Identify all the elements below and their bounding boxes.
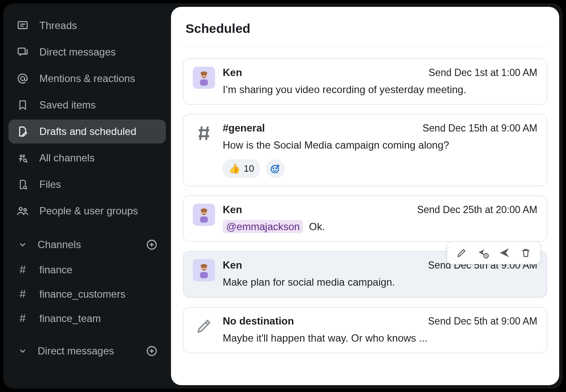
user-avatar [193,204,215,226]
recipient-name: Ken [223,259,242,271]
at-sign-icon [15,71,30,86]
reaction-pill[interactable]: 👍 10 [223,159,260,178]
svg-point-4 [24,186,26,189]
channel-finance-team[interactable]: # finance_team [9,307,166,329]
section-label: Channels [38,239,81,251]
send-time: Send Dec 25th at 20:00 AM [417,204,537,216]
threads-icon [15,18,30,33]
scheduled-message-card[interactable]: #general Send Dec 15th at 9:00 AM How is… [183,114,547,186]
send-time: Send Dec 5th at 9:00 AM [428,316,537,327]
sidebar-item-label: Threads [39,20,77,32]
sidebar-item-people[interactable]: People & user groups [9,199,166,223]
add-dm-button[interactable] [144,344,159,358]
channel-name: finance_customers [39,288,125,300]
hash-icon: # [15,263,30,276]
svg-rect-10 [200,79,208,85]
send-now-button[interactable] [498,246,511,260]
scheduled-message-card[interactable]: No destination Send Dec 5th at 9:00 AM M… [183,307,547,353]
reaction-count: 10 [244,163,254,174]
user-avatar [193,259,215,281]
add-reaction-button[interactable] [266,159,285,178]
sidebar-item-label: All channels [39,152,94,164]
message-text: Make plan for social media campaign. [223,275,537,289]
main-panel: Scheduled Ken Send Dec 1st at 1:00 AM I’… [171,7,559,385]
draft-edit-icon [15,124,30,139]
svg-rect-1 [18,48,25,54]
hash-icon: # [15,287,30,301]
svg-point-11 [202,74,203,76]
edit-message-button[interactable] [455,246,469,260]
app-root: Threads Direct messages Mentions & react… [3,3,563,389]
recipient-name: No destination [223,315,294,327]
reaction-emoji: 👍 [229,163,240,174]
svg-point-14 [273,168,274,169]
sidebar-item-label: Drafts and scheduled [39,126,136,138]
hash-icon: # [15,312,30,325]
svg-point-15 [276,168,277,169]
user-avatar [193,67,215,89]
direct-messages-section-header[interactable]: Direct messages [9,339,166,363]
reactions-row: 👍 10 [223,159,537,178]
message-text: How is the Social Media campaign coming … [223,138,537,152]
channel-finance[interactable]: # finance [9,259,166,281]
chevron-down-icon [15,240,30,249]
svg-point-6 [24,209,27,211]
channel-hash-icon [193,122,215,144]
add-channel-button[interactable] [144,237,159,252]
sidebar-item-direct-messages[interactable]: Direct messages [9,40,166,64]
channel-finance-customers[interactable]: # finance_customers [9,283,166,305]
bookmark-icon [15,98,30,112]
svg-point-5 [19,208,22,211]
send-time: Send Dec 1st at 1:00 AM [429,67,537,79]
svg-rect-17 [200,216,208,222]
sidebar-item-label: Files [39,178,61,191]
message-text: Maybe it'll happen that way. Or who know… [223,331,537,345]
sidebar: Threads Direct messages Mentions & react… [3,3,171,389]
recipient-name: #general [223,122,265,134]
sidebar-item-label: Direct messages [39,46,116,59]
svg-point-13 [271,165,279,173]
sidebar-item-threads[interactable]: Threads [9,14,166,38]
hash-search-icon [15,151,30,165]
file-search-icon [15,177,30,192]
sidebar-item-all-channels[interactable]: All channels [9,146,166,170]
svg-point-23 [202,267,203,268]
channel-name: finance_team [39,313,101,325]
svg-point-12 [205,74,206,76]
message-text: @emmajackson Ok. [223,220,537,234]
draft-pencil-icon [193,315,215,337]
direct-messages-icon [15,45,30,59]
sidebar-item-label: People & user groups [39,205,138,217]
svg-point-19 [205,211,206,213]
sidebar-item-label: Mentions & reactions [39,73,135,85]
channel-name: finance [39,264,72,276]
sidebar-item-saved[interactable]: Saved items [9,93,166,117]
delete-message-button[interactable] [519,246,533,260]
people-icon [15,204,30,218]
channels-section-header[interactable]: Channels [9,233,166,256]
user-mention[interactable]: @emmajackson [223,220,303,233]
scheduled-message-card[interactable]: Ken Send Dec 25th at 20:00 AM @emmajacks… [183,196,547,242]
sidebar-item-label: Saved items [39,99,96,111]
reschedule-button[interactable] [476,246,490,260]
svg-rect-22 [200,272,208,278]
scheduled-message-card[interactable]: Ken Send Dec 1st at 1:00 AM I’m sharing … [183,59,547,105]
sidebar-item-mentions[interactable]: Mentions & reactions [9,67,166,91]
scheduled-message-card[interactable]: Ken Send Dec 5th at 9:00 AM Make plan fo… [183,251,547,297]
sidebar-item-drafts-scheduled[interactable]: Drafts and scheduled [9,120,166,143]
svg-point-18 [202,211,203,213]
svg-point-24 [205,267,206,268]
svg-rect-0 [18,22,27,29]
send-time: Send Dec 15th at 9:00 AM [422,123,537,134]
recipient-name: Ken [223,67,242,79]
section-label: Direct messages [38,345,114,357]
recipient-name: Ken [223,204,242,216]
message-hover-toolbar [447,241,541,264]
svg-point-3 [24,159,26,162]
message-text: I’m sharing you video recording of yeste… [223,83,537,97]
message-text-after: Ok. [309,221,325,232]
chevron-down-icon [15,346,30,356]
scheduled-list: Ken Send Dec 1st at 1:00 AM I’m sharing … [183,59,547,353]
svg-point-2 [21,76,24,80]
sidebar-item-files[interactable]: Files [9,173,166,196]
